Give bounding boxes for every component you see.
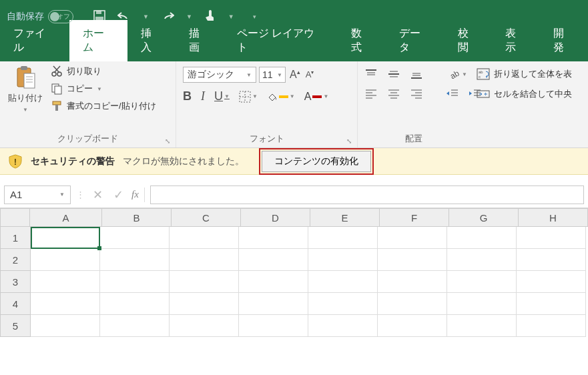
cell[interactable]: [308, 315, 378, 337]
name-box[interactable]: A1 ▼: [4, 185, 71, 204]
font-name-selector[interactable]: 游ゴシック ▼: [183, 67, 256, 83]
cell[interactable]: [239, 315, 308, 337]
cell[interactable]: [239, 227, 308, 249]
align-right-button[interactable]: [410, 88, 423, 99]
row-header[interactable]: 3: [0, 271, 31, 293]
cell[interactable]: [170, 227, 239, 249]
tab-page-layout[interactable]: ページ レイアウト: [224, 20, 338, 61]
cell[interactable]: [100, 293, 170, 315]
enable-content-button[interactable]: コンテンツの有効化: [262, 151, 371, 172]
cell[interactable]: [170, 271, 239, 293]
cell[interactable]: [31, 315, 100, 337]
fill-color-button[interactable]: ▼: [267, 92, 295, 101]
orientation-button[interactable]: ab ▼: [449, 68, 467, 80]
redo-icon[interactable]: [161, 11, 174, 23]
cell[interactable]: [31, 227, 100, 249]
cell[interactable]: [517, 249, 586, 271]
cell[interactable]: [378, 249, 447, 271]
cell[interactable]: [378, 293, 447, 315]
touch-mode-icon[interactable]: [204, 9, 216, 25]
cell[interactable]: [31, 249, 100, 271]
cell[interactable]: [239, 271, 308, 293]
paste-button[interactable]: 貼り付け ▼: [4, 64, 47, 114]
borders-button[interactable]: ▼: [239, 91, 258, 103]
format-painter-button[interactable]: 書式のコピー/貼り付け: [51, 100, 156, 112]
wrap-text-button[interactable]: abc 折り返して全体を表: [477, 68, 572, 80]
tab-data[interactable]: データ: [386, 20, 445, 61]
column-header[interactable]: H: [519, 208, 588, 227]
cell[interactable]: [239, 249, 308, 271]
tab-draw[interactable]: 描画: [176, 20, 224, 61]
cell[interactable]: [447, 315, 517, 337]
formula-input[interactable]: [150, 185, 584, 204]
clipboard-dialog-launcher-icon[interactable]: ⤡: [165, 137, 170, 145]
cell[interactable]: [517, 315, 586, 337]
cell[interactable]: [378, 271, 447, 293]
row-header[interactable]: 2: [0, 249, 31, 271]
row-header[interactable]: 1: [0, 227, 31, 249]
cell[interactable]: [447, 249, 517, 271]
qat-customize-icon[interactable]: ▾: [253, 13, 256, 20]
column-header[interactable]: D: [241, 208, 310, 227]
tab-home[interactable]: ホーム: [69, 20, 128, 61]
cell[interactable]: [308, 293, 378, 315]
select-all-corner[interactable]: [0, 208, 30, 227]
cell[interactable]: [170, 293, 239, 315]
row-header[interactable]: 4: [0, 293, 31, 315]
font-color-button[interactable]: A ▼: [304, 91, 329, 103]
column-header[interactable]: C: [172, 208, 241, 227]
cell[interactable]: [447, 271, 517, 293]
cell[interactable]: [239, 293, 308, 315]
font-size-selector[interactable]: 11 ▼: [259, 67, 286, 83]
cut-button[interactable]: 切り取り: [51, 65, 156, 77]
column-header[interactable]: F: [380, 208, 449, 227]
decrease-font-size-button[interactable]: A▾: [304, 69, 316, 79]
cell[interactable]: [100, 227, 170, 249]
align-bottom-button[interactable]: [410, 69, 423, 79]
cell[interactable]: [308, 249, 378, 271]
bold-button[interactable]: B: [183, 89, 192, 103]
italic-button[interactable]: I: [201, 89, 205, 103]
row-header[interactable]: 5: [0, 315, 31, 337]
cell[interactable]: [517, 293, 586, 315]
align-center-button[interactable]: [387, 88, 400, 99]
cell[interactable]: [308, 271, 378, 293]
cell[interactable]: [170, 315, 239, 337]
column-header[interactable]: A: [30, 208, 102, 227]
tab-file[interactable]: ファイル: [0, 20, 69, 61]
undo-icon[interactable]: [117, 11, 131, 23]
tab-review[interactable]: 校閲: [445, 20, 493, 61]
cell[interactable]: [378, 227, 447, 249]
tab-formulas[interactable]: 数式: [338, 20, 386, 61]
qat-dropdown-undo[interactable]: ▼: [143, 13, 149, 20]
qat-dropdown-touch[interactable]: ▼: [228, 13, 234, 20]
column-header[interactable]: E: [310, 208, 380, 227]
cell[interactable]: [100, 315, 170, 337]
cancel-formula-button[interactable]: ✕: [90, 188, 105, 202]
cell[interactable]: [447, 227, 517, 249]
align-top-button[interactable]: [364, 69, 378, 79]
font-dialog-launcher-icon[interactable]: ⤡: [346, 137, 352, 145]
qat-dropdown-redo[interactable]: ▼: [186, 13, 192, 20]
enter-formula-button[interactable]: ✓: [111, 188, 126, 202]
column-header[interactable]: G: [449, 208, 519, 227]
increase-font-size-button[interactable]: A▴: [288, 69, 302, 81]
align-left-button[interactable]: [364, 88, 378, 99]
cell[interactable]: [308, 227, 378, 249]
cell[interactable]: [100, 271, 170, 293]
save-icon[interactable]: [93, 10, 105, 24]
merge-center-button[interactable]: セルを結合して中央: [477, 88, 572, 100]
cell[interactable]: [447, 293, 517, 315]
cell[interactable]: [31, 271, 100, 293]
insert-function-button[interactable]: fx: [131, 189, 139, 200]
tab-view[interactable]: 表示: [492, 20, 540, 61]
column-header[interactable]: B: [102, 208, 172, 227]
cell[interactable]: [100, 249, 170, 271]
cell[interactable]: [517, 271, 586, 293]
tab-insert[interactable]: 挿入: [127, 20, 176, 61]
copy-button[interactable]: コピー ▼: [51, 83, 156, 95]
cell[interactable]: [378, 315, 447, 337]
underline-button[interactable]: U▼: [214, 89, 230, 103]
cell[interactable]: [31, 293, 100, 315]
cell[interactable]: [170, 249, 239, 271]
